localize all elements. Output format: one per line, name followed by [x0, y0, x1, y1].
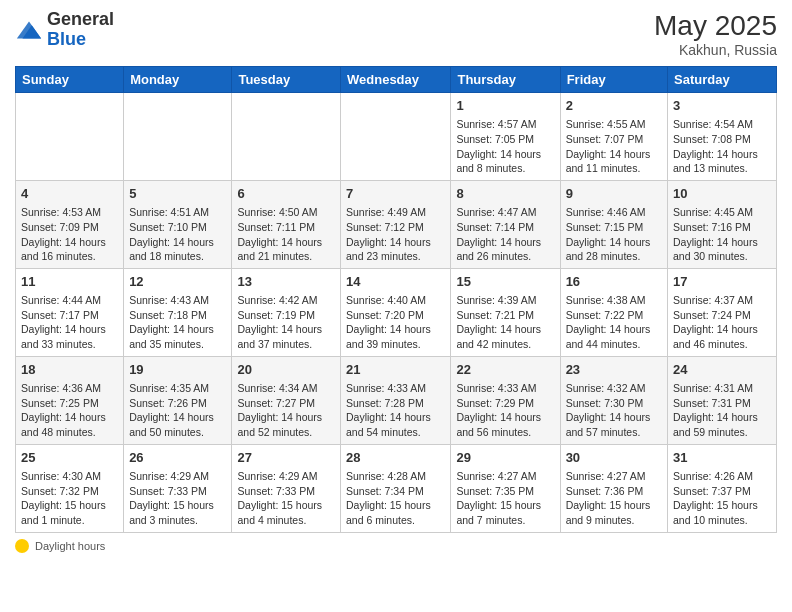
day-info: Sunrise: 4:33 AM Sunset: 7:28 PM Dayligh…: [346, 382, 431, 438]
day-number: 20: [237, 361, 335, 379]
day-info: Sunrise: 4:34 AM Sunset: 7:27 PM Dayligh…: [237, 382, 322, 438]
col-header-thursday: Thursday: [451, 67, 560, 93]
col-header-saturday: Saturday: [668, 67, 777, 93]
logo-blue-text: Blue: [47, 29, 86, 49]
day-number: 15: [456, 273, 554, 291]
day-number: 12: [129, 273, 226, 291]
week-row-1: 1Sunrise: 4:57 AM Sunset: 7:05 PM Daylig…: [16, 93, 777, 181]
day-cell: 11Sunrise: 4:44 AM Sunset: 7:17 PM Dayli…: [16, 268, 124, 356]
location-title: Kakhun, Russia: [654, 42, 777, 58]
day-info: Sunrise: 4:26 AM Sunset: 7:37 PM Dayligh…: [673, 470, 758, 526]
day-number: 10: [673, 185, 771, 203]
day-info: Sunrise: 4:47 AM Sunset: 7:14 PM Dayligh…: [456, 206, 541, 262]
day-cell: 20Sunrise: 4:34 AM Sunset: 7:27 PM Dayli…: [232, 356, 341, 444]
footer: Daylight hours: [15, 539, 777, 553]
logo: General Blue: [15, 10, 114, 50]
day-info: Sunrise: 4:29 AM Sunset: 7:33 PM Dayligh…: [129, 470, 214, 526]
day-info: Sunrise: 4:51 AM Sunset: 7:10 PM Dayligh…: [129, 206, 214, 262]
logo-text: General Blue: [47, 10, 114, 50]
day-number: 6: [237, 185, 335, 203]
day-cell: 8Sunrise: 4:47 AM Sunset: 7:14 PM Daylig…: [451, 180, 560, 268]
day-cell: 18Sunrise: 4:36 AM Sunset: 7:25 PM Dayli…: [16, 356, 124, 444]
logo-icon: [15, 16, 43, 44]
day-info: Sunrise: 4:49 AM Sunset: 7:12 PM Dayligh…: [346, 206, 431, 262]
day-number: 19: [129, 361, 226, 379]
col-header-sunday: Sunday: [16, 67, 124, 93]
day-cell: 30Sunrise: 4:27 AM Sunset: 7:36 PM Dayli…: [560, 444, 667, 532]
day-info: Sunrise: 4:57 AM Sunset: 7:05 PM Dayligh…: [456, 118, 541, 174]
col-header-friday: Friday: [560, 67, 667, 93]
day-cell: [341, 93, 451, 181]
day-info: Sunrise: 4:55 AM Sunset: 7:07 PM Dayligh…: [566, 118, 651, 174]
week-row-2: 4Sunrise: 4:53 AM Sunset: 7:09 PM Daylig…: [16, 180, 777, 268]
day-cell: 4Sunrise: 4:53 AM Sunset: 7:09 PM Daylig…: [16, 180, 124, 268]
day-info: Sunrise: 4:27 AM Sunset: 7:36 PM Dayligh…: [566, 470, 651, 526]
day-info: Sunrise: 4:42 AM Sunset: 7:19 PM Dayligh…: [237, 294, 322, 350]
day-number: 29: [456, 449, 554, 467]
day-cell: 28Sunrise: 4:28 AM Sunset: 7:34 PM Dayli…: [341, 444, 451, 532]
day-number: 8: [456, 185, 554, 203]
title-block: May 2025 Kakhun, Russia: [654, 10, 777, 58]
day-number: 7: [346, 185, 445, 203]
week-row-4: 18Sunrise: 4:36 AM Sunset: 7:25 PM Dayli…: [16, 356, 777, 444]
day-number: 4: [21, 185, 118, 203]
day-number: 3: [673, 97, 771, 115]
day-cell: 26Sunrise: 4:29 AM Sunset: 7:33 PM Dayli…: [124, 444, 232, 532]
page: General Blue May 2025 Kakhun, Russia Sun…: [0, 0, 792, 612]
header: General Blue May 2025 Kakhun, Russia: [15, 10, 777, 58]
day-info: Sunrise: 4:31 AM Sunset: 7:31 PM Dayligh…: [673, 382, 758, 438]
day-cell: 22Sunrise: 4:33 AM Sunset: 7:29 PM Dayli…: [451, 356, 560, 444]
day-cell: 7Sunrise: 4:49 AM Sunset: 7:12 PM Daylig…: [341, 180, 451, 268]
day-cell: 13Sunrise: 4:42 AM Sunset: 7:19 PM Dayli…: [232, 268, 341, 356]
day-info: Sunrise: 4:53 AM Sunset: 7:09 PM Dayligh…: [21, 206, 106, 262]
day-number: 31: [673, 449, 771, 467]
col-header-monday: Monday: [124, 67, 232, 93]
day-number: 14: [346, 273, 445, 291]
day-cell: [232, 93, 341, 181]
day-number: 28: [346, 449, 445, 467]
day-cell: 27Sunrise: 4:29 AM Sunset: 7:33 PM Dayli…: [232, 444, 341, 532]
day-cell: [124, 93, 232, 181]
col-header-tuesday: Tuesday: [232, 67, 341, 93]
day-cell: 14Sunrise: 4:40 AM Sunset: 7:20 PM Dayli…: [341, 268, 451, 356]
day-info: Sunrise: 4:33 AM Sunset: 7:29 PM Dayligh…: [456, 382, 541, 438]
day-cell: 17Sunrise: 4:37 AM Sunset: 7:24 PM Dayli…: [668, 268, 777, 356]
day-cell: 9Sunrise: 4:46 AM Sunset: 7:15 PM Daylig…: [560, 180, 667, 268]
day-number: 9: [566, 185, 662, 203]
day-info: Sunrise: 4:40 AM Sunset: 7:20 PM Dayligh…: [346, 294, 431, 350]
day-cell: 31Sunrise: 4:26 AM Sunset: 7:37 PM Dayli…: [668, 444, 777, 532]
daylight-label: Daylight hours: [35, 540, 105, 552]
day-number: 17: [673, 273, 771, 291]
day-info: Sunrise: 4:32 AM Sunset: 7:30 PM Dayligh…: [566, 382, 651, 438]
day-number: 21: [346, 361, 445, 379]
day-info: Sunrise: 4:36 AM Sunset: 7:25 PM Dayligh…: [21, 382, 106, 438]
day-info: Sunrise: 4:30 AM Sunset: 7:32 PM Dayligh…: [21, 470, 106, 526]
week-row-5: 25Sunrise: 4:30 AM Sunset: 7:32 PM Dayli…: [16, 444, 777, 532]
sun-icon: [15, 539, 29, 553]
week-row-3: 11Sunrise: 4:44 AM Sunset: 7:17 PM Dayli…: [16, 268, 777, 356]
day-cell: 16Sunrise: 4:38 AM Sunset: 7:22 PM Dayli…: [560, 268, 667, 356]
day-number: 27: [237, 449, 335, 467]
day-cell: 5Sunrise: 4:51 AM Sunset: 7:10 PM Daylig…: [124, 180, 232, 268]
day-number: 5: [129, 185, 226, 203]
day-number: 2: [566, 97, 662, 115]
day-cell: 12Sunrise: 4:43 AM Sunset: 7:18 PM Dayli…: [124, 268, 232, 356]
day-number: 30: [566, 449, 662, 467]
day-info: Sunrise: 4:45 AM Sunset: 7:16 PM Dayligh…: [673, 206, 758, 262]
day-info: Sunrise: 4:54 AM Sunset: 7:08 PM Dayligh…: [673, 118, 758, 174]
day-cell: [16, 93, 124, 181]
day-cell: 25Sunrise: 4:30 AM Sunset: 7:32 PM Dayli…: [16, 444, 124, 532]
logo-general-text: General: [47, 9, 114, 29]
day-cell: 21Sunrise: 4:33 AM Sunset: 7:28 PM Dayli…: [341, 356, 451, 444]
day-cell: 15Sunrise: 4:39 AM Sunset: 7:21 PM Dayli…: [451, 268, 560, 356]
day-cell: 2Sunrise: 4:55 AM Sunset: 7:07 PM Daylig…: [560, 93, 667, 181]
day-cell: 23Sunrise: 4:32 AM Sunset: 7:30 PM Dayli…: [560, 356, 667, 444]
day-number: 1: [456, 97, 554, 115]
calendar: SundayMondayTuesdayWednesdayThursdayFrid…: [15, 66, 777, 533]
day-info: Sunrise: 4:37 AM Sunset: 7:24 PM Dayligh…: [673, 294, 758, 350]
day-number: 22: [456, 361, 554, 379]
day-info: Sunrise: 4:28 AM Sunset: 7:34 PM Dayligh…: [346, 470, 431, 526]
day-info: Sunrise: 4:43 AM Sunset: 7:18 PM Dayligh…: [129, 294, 214, 350]
day-number: 24: [673, 361, 771, 379]
day-number: 16: [566, 273, 662, 291]
